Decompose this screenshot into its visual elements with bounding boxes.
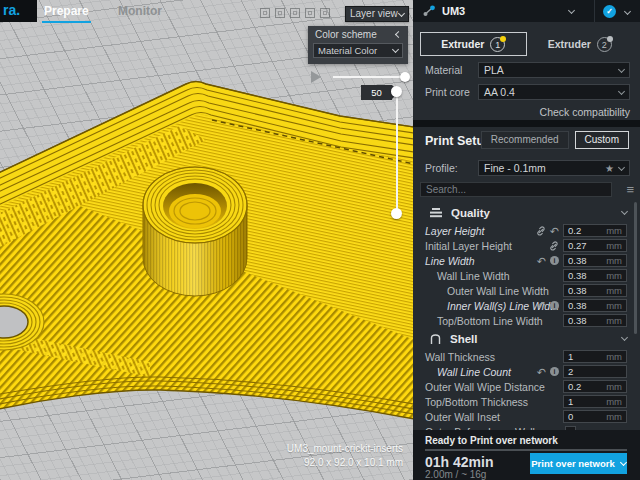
setting-value: 0.38 — [564, 285, 587, 296]
tab-extruder-1[interactable]: Extruder 1 — [420, 32, 527, 56]
settings-scrollbar[interactable] — [634, 202, 637, 334]
view-mode-value: Layer view — [350, 7, 398, 21]
setting-value-field[interactable]: 0.38mm — [563, 269, 627, 282]
material-color-dot — [607, 36, 613, 42]
machine-dropdown-chevron-icon[interactable] — [568, 6, 575, 13]
job-status-text: Ready to Print over network — [425, 435, 558, 446]
divider — [425, 449, 627, 451]
profile-label: Profile: — [425, 162, 458, 174]
setting-value-field[interactable]: 2 — [563, 365, 627, 378]
reset-value-icon[interactable]: ↶ — [537, 367, 546, 377]
setting-label: Outer Wall Inset — [425, 411, 500, 423]
info-icon[interactable]: i — [550, 301, 559, 310]
setting-value-field[interactable]: 0.38mm — [563, 254, 627, 267]
profile-dropdown[interactable]: Fine - 0.1mm ★ — [478, 160, 630, 176]
setting-row: Wall Line Count↶i2 — [413, 364, 640, 379]
setting-row: Wall Line Width0.38mm — [413, 268, 640, 283]
settings-category-shell[interactable]: Shell — [413, 328, 640, 349]
setting-value-field[interactable]: 1mm — [563, 395, 627, 408]
tab-monitor[interactable]: Monitor — [118, 4, 162, 18]
link-icon — [549, 241, 559, 251]
setting-value-field[interactable]: 1mm — [563, 350, 627, 363]
setting-label: Outer Wall Wipe Distance — [425, 381, 545, 393]
info-icon[interactable]: i — [550, 367, 559, 376]
simulation-play-icon[interactable] — [311, 71, 321, 83]
path-slider-handle[interactable] — [400, 72, 410, 82]
network-printer-icon — [422, 4, 436, 18]
collapse-panel-icon[interactable] — [395, 31, 402, 38]
3d-viewport[interactable]: ra. Prepare Monitor Layer view Color sch… — [0, 0, 413, 480]
setting-value-field[interactable]: 0.2mm — [563, 224, 627, 237]
connection-status-badge[interactable]: ✓ — [603, 5, 616, 18]
path-simulation-slider[interactable] — [333, 76, 405, 78]
print-core-dropdown[interactable]: AA 0.4 — [478, 84, 630, 100]
setting-value-field[interactable]: 0.38mm — [563, 314, 627, 327]
setting-value-field[interactable]: 0mm — [563, 410, 627, 423]
reset-value-icon[interactable]: ↶ — [550, 226, 559, 236]
machine-name: UM3 — [442, 5, 465, 17]
setting-value-field[interactable]: 0.38mm — [563, 299, 627, 312]
print-core-label: Print core — [425, 86, 470, 98]
setting-search-input[interactable] — [420, 182, 612, 197]
sliced-model-preview[interactable] — [0, 0, 413, 480]
output-footer: Ready to Print over network 01h 42min 2.… — [413, 430, 640, 480]
material-estimate: 2.00m / ~ 16g — [425, 469, 486, 480]
setting-value: 0.2 — [564, 381, 581, 392]
setting-label: Top/Bottom Thickness — [425, 396, 528, 408]
info-icon[interactable]: i — [550, 256, 559, 265]
print-over-network-button[interactable]: Print over network — [530, 453, 627, 474]
setting-label: Top/Bottom Line Width — [437, 315, 543, 327]
setting-row-icons — [549, 241, 559, 251]
view-right-icon[interactable] — [320, 8, 330, 18]
tab-prepare[interactable]: Prepare — [44, 4, 89, 18]
setting-unit: mm — [606, 381, 626, 392]
setting-value: 0.38 — [564, 270, 587, 281]
setting-row: Initial Layer Height0.27mm — [413, 238, 640, 253]
custom-mode-button[interactable]: Custom — [575, 131, 629, 149]
link-icon — [536, 226, 546, 236]
setting-unit: mm — [606, 315, 626, 326]
recommended-mode-button[interactable]: Recommended — [481, 131, 569, 149]
setting-label: Outer Wall Line Width — [447, 285, 549, 297]
color-scheme-dropdown[interactable]: Material Color — [313, 43, 403, 58]
configuration-chevron-icon[interactable] — [624, 7, 631, 14]
setting-value-field[interactable]: 0.38mm — [563, 284, 627, 297]
setting-filter-menu-icon[interactable]: ≡ — [626, 182, 634, 197]
machine-selector[interactable]: UM3 ✓ — [413, 0, 640, 22]
reset-value-icon[interactable]: ↶ — [537, 256, 546, 266]
layer-range-slider[interactable] — [396, 92, 398, 213]
setting-row: Outer Wall Line Width0.38mm — [413, 283, 640, 298]
setting-unit: mm — [606, 411, 626, 422]
setting-value: 0 — [564, 411, 573, 422]
tab-extruder-2[interactable]: Extruder 2 — [527, 32, 634, 56]
view-front-icon[interactable] — [275, 8, 285, 18]
setting-value: 2 — [564, 366, 573, 377]
setting-row: Top/Bottom Thickness1mm — [413, 394, 640, 409]
view-mode-dropdown[interactable]: Layer view — [345, 6, 409, 22]
setting-label: Line Width — [425, 255, 475, 267]
reset-value-icon[interactable]: ↶ — [537, 301, 546, 311]
material-dropdown[interactable]: PLA — [478, 62, 630, 78]
setting-value-field[interactable]: 0.27mm — [563, 239, 627, 252]
view-top-icon[interactable] — [290, 8, 300, 18]
setting-row: Outer Wall Wipe Distance0.2mm — [413, 379, 640, 394]
setting-unit: mm — [606, 225, 626, 236]
setting-label: Initial Layer Height — [425, 240, 512, 252]
layer-slider-top-handle[interactable] — [391, 86, 402, 97]
material-color-dot — [500, 36, 506, 42]
model-dimensions: 92.0 x 92.0 x 10.1 mm — [287, 456, 403, 470]
setting-value-field[interactable]: 0.2mm — [563, 380, 627, 393]
setting-row: Outer Wall Inset0mm — [413, 409, 640, 424]
chevron-down-icon — [621, 334, 628, 341]
layer-slider-bottom-handle[interactable] — [391, 208, 402, 219]
model-filename: UM3_mount-crickit-inserts — [287, 442, 403, 456]
chevron-down-icon — [618, 87, 625, 94]
view-3d-icon[interactable] — [260, 8, 270, 18]
check-compatibility-link[interactable]: Check compatibility — [540, 106, 630, 118]
setting-unit: mm — [606, 285, 626, 296]
star-icon[interactable]: ★ — [605, 163, 614, 174]
settings-category-quality[interactable]: Quality — [413, 202, 640, 223]
settings-list: QualityLayer Height↶0.2mmInitial Layer H… — [413, 202, 640, 430]
view-left-icon[interactable] — [305, 8, 315, 18]
setting-unit: mm — [606, 396, 626, 407]
